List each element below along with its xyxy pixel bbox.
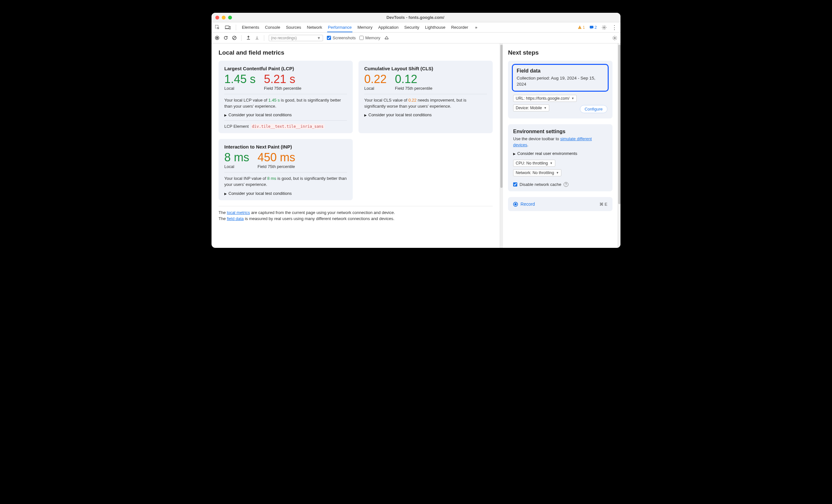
env-settings-panel: Environment settings Use the device tool… (508, 124, 613, 192)
tab-console[interactable]: Console (264, 23, 281, 32)
inp-title: Interaction to Next Paint (INP) (224, 144, 347, 150)
recordings-dropdown[interactable]: (no recordings) ▼ (269, 35, 323, 41)
chevron-down-icon: ▼ (571, 97, 574, 100)
minimize-window-button[interactable] (222, 16, 226, 20)
svg-point-6 (216, 37, 218, 39)
env-disclose[interactable]: Consider real user environments (513, 151, 607, 156)
screenshots-checkbox[interactable]: Screenshots (327, 35, 356, 40)
tab-recorder[interactable]: Recorder (450, 23, 469, 32)
gc-icon[interactable] (384, 35, 389, 40)
svg-point-8 (614, 37, 615, 38)
env-title: Environment settings (513, 129, 607, 134)
inp-card: Interaction to Next Paint (INP) 8 ms Loc… (218, 139, 353, 200)
window-title: DevTools - fonts.google.com/ (232, 15, 599, 20)
network-throttle-select[interactable]: Network: No throttling▼ (513, 169, 562, 176)
lcp-disclose[interactable]: Consider your local test conditions (224, 112, 347, 117)
perf-toolbar: (no recordings) ▼ Screenshots Memory (211, 33, 621, 44)
disable-cache-label: Disable network cache (520, 182, 562, 187)
disable-cache-checkbox[interactable] (513, 182, 517, 187)
field-data-link[interactable]: field data (227, 216, 244, 221)
field-data-highlight: Field data Collection period: Aug 19, 20… (512, 64, 609, 92)
upload-icon[interactable] (246, 35, 251, 40)
tab-performance[interactable]: Performance (327, 23, 352, 32)
lcp-element-row: LCP Element div.tile__text.tile__inria_s… (224, 124, 347, 129)
chevron-down-icon: ▼ (317, 36, 321, 40)
more-icon[interactable]: ⋮ (612, 25, 617, 30)
cls-field-value: 0.12 (395, 73, 432, 85)
messages-count: 2 (595, 25, 597, 30)
tab-memory[interactable]: Memory (357, 23, 373, 32)
reload-record-icon[interactable] (223, 35, 228, 40)
chevron-down-icon: ▼ (556, 171, 559, 175)
lcp-field-label: Field 75th percentile (264, 86, 301, 91)
cls-disclose[interactable]: Consider your local test conditions (364, 112, 487, 117)
tab-elements[interactable]: Elements (241, 23, 260, 32)
inp-disclose[interactable]: Consider your local test conditions (224, 191, 347, 196)
inp-field-value: 450 ms (258, 151, 295, 163)
cls-local-value: 0.22 (364, 73, 387, 85)
main-scrollbar[interactable] (500, 44, 502, 248)
field-data-title: Field data (517, 68, 604, 74)
cls-field-label: Field 75th percentile (395, 86, 432, 91)
memory-checkbox[interactable]: Memory (360, 35, 380, 40)
recordings-placeholder: (no recordings) (271, 36, 297, 40)
help-icon[interactable]: ? (564, 182, 568, 187)
chevron-down-icon: ▼ (544, 106, 547, 110)
scrollbar-thumb[interactable] (618, 45, 621, 204)
warnings-badge[interactable]: 1 (578, 25, 585, 30)
tab-lighthouse[interactable]: Lighthouse (424, 23, 446, 32)
cls-local-label: Local (364, 86, 387, 91)
device-select[interactable]: Device: Mobile▼ (513, 104, 549, 111)
sidebar: Next steps Field data Collection period:… (502, 44, 618, 248)
main-heading: Local and field metrics (218, 49, 493, 56)
tab-network[interactable]: Network (306, 23, 323, 32)
tabbar: Elements Console Sources Network Perform… (211, 22, 621, 33)
maximize-window-button[interactable] (228, 16, 232, 20)
field-data-panel: Field data Collection period: Aug 19, 20… (508, 61, 613, 118)
record-shortcut: ⌘ E (599, 202, 607, 207)
field-period: Collection period: Aug 19, 2024 - Sep 15… (517, 75, 604, 87)
lcp-title: Largest Contentful Paint (LCP) (224, 66, 347, 71)
clear-icon[interactable] (232, 35, 237, 40)
configure-button[interactable]: Configure (580, 105, 607, 113)
scrollbar-thumb[interactable] (500, 45, 502, 188)
lcp-field-value: 5.21 s (264, 73, 301, 85)
record-circle-icon (513, 202, 518, 207)
devtools-window: DevTools - fonts.google.com/ Elements Co… (211, 13, 621, 248)
footnote: The local metrics are captured from the … (218, 206, 493, 222)
titlebar: DevTools - fonts.google.com/ (211, 13, 621, 22)
lcp-element-selector[interactable]: div.tile__text.tile__inria_sans (251, 124, 324, 129)
lcp-local-value: 1.45 s (224, 73, 256, 85)
warnings-count: 1 (583, 25, 585, 30)
cls-description: Your local CLS value of 0.22 needs impro… (364, 98, 487, 110)
settings-icon[interactable] (601, 25, 607, 30)
chevron-down-icon: ▼ (550, 162, 553, 165)
svg-point-4 (603, 27, 605, 28)
lcp-local-label: Local (224, 86, 256, 91)
svg-rect-2 (229, 27, 231, 29)
inspect-icon[interactable] (215, 25, 220, 30)
url-select[interactable]: URL: https://fonts.google.com/▼ (513, 95, 577, 102)
local-metrics-link[interactable]: local metrics (227, 210, 250, 215)
tab-sources[interactable]: Sources (285, 23, 302, 32)
tabs-overflow-icon[interactable]: » (473, 25, 479, 30)
body: Local and field metrics Largest Contentf… (211, 44, 621, 248)
inp-local-label: Local (224, 164, 249, 169)
window-controls (215, 16, 232, 20)
messages-badge[interactable]: 2 (590, 25, 597, 30)
cpu-throttle-select[interactable]: CPU: No throttling▼ (513, 160, 555, 167)
inp-local-value: 8 ms (224, 151, 249, 163)
download-icon[interactable] (255, 35, 259, 40)
record-icon[interactable] (215, 35, 219, 40)
inp-description: Your local INP value of 8 ms is good, bu… (224, 176, 347, 188)
cls-title: Cumulative Layout Shift (CLS) (364, 66, 487, 71)
record-button[interactable]: Record ⌘ E (513, 202, 607, 207)
close-window-button[interactable] (215, 16, 219, 20)
device-toolbar-icon[interactable] (225, 25, 231, 30)
sidebar-scrollbar[interactable] (618, 44, 621, 248)
tab-security[interactable]: Security (404, 23, 420, 32)
sidebar-heading: Next steps (508, 49, 613, 56)
panel-settings-icon[interactable] (612, 35, 617, 41)
record-panel: Record ⌘ E (508, 197, 613, 211)
tab-application[interactable]: Application (378, 23, 399, 32)
